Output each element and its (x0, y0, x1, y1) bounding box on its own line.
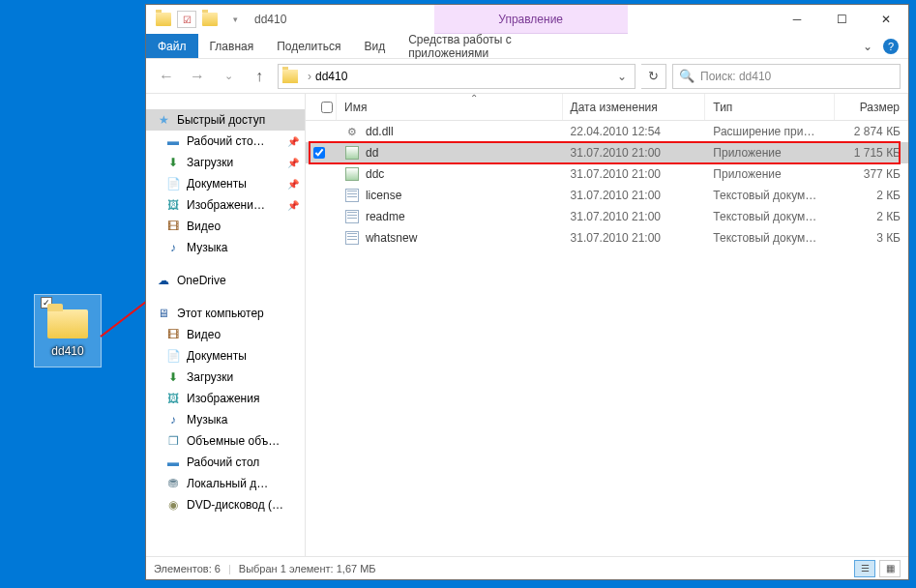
file-name: readme (366, 210, 405, 223)
nav-pc-dvd[interactable]: ◉DVD-дисковод (… (146, 494, 305, 515)
address-folder-icon (282, 70, 298, 83)
ribbon-tab-share[interactable]: Поделиться (265, 34, 352, 58)
nav-pc-downloads[interactable]: ⬇Загрузки (146, 367, 305, 388)
desktop-folder-label: dd410 (51, 344, 83, 358)
nav-forward-button[interactable]: → (185, 64, 210, 89)
refresh-button[interactable]: ↻ (641, 64, 666, 89)
nav-desktop[interactable]: ▬Рабочий сто…📌 (146, 131, 305, 152)
file-name: dd.dll (366, 125, 394, 138)
pin-icon: 📌 (287, 200, 299, 211)
nav-up-button[interactable]: ↑ (247, 64, 272, 89)
file-type: Расширение при… (705, 125, 835, 138)
qat-properties-icon[interactable]: ☑ (177, 11, 196, 28)
file-app-icon (344, 166, 360, 182)
desktop-folder-dd410[interactable]: ✓ dd410 (34, 294, 102, 368)
file-row[interactable]: readme31.07.2010 21:00Текстовый докум…2 … (306, 206, 908, 227)
file-type: Текстовый докум… (705, 210, 835, 223)
file-type: Приложение (705, 146, 835, 160)
nav-pc-3d[interactable]: ❒Объемные объ… (146, 430, 305, 452)
file-row[interactable]: dd31.07.2010 21:00Приложение1 715 КБ (306, 142, 908, 163)
file-type: Текстовый докум… (705, 231, 835, 245)
nav-pc-images[interactable]: 🖼Изображения (146, 388, 305, 409)
nav-back-button[interactable]: ← (154, 64, 179, 89)
ribbon-tab-home[interactable]: Главная (198, 34, 266, 58)
nav-downloads[interactable]: ⬇Загрузки📌 (146, 152, 305, 173)
nav-images[interactable]: 🖼Изображени…📌 (146, 194, 305, 216)
disc-icon: ◉ (165, 497, 181, 513)
video-icon: 🎞 (165, 219, 181, 234)
file-txt-icon (344, 230, 360, 246)
pin-icon: 📌 (287, 136, 299, 147)
download-icon: ⬇ (165, 155, 181, 170)
file-row[interactable]: whatsnew31.07.2010 21:00Текстовый докум…… (306, 227, 908, 249)
select-all-checkbox[interactable] (313, 94, 337, 120)
file-size: 1 715 КБ (835, 146, 908, 160)
folder-icon (47, 304, 88, 340)
column-size[interactable]: Размер (835, 94, 908, 120)
column-name[interactable]: Имя (337, 94, 563, 120)
row-checkbox[interactable] (313, 147, 337, 159)
view-details-button[interactable]: ☰ (854, 560, 875, 577)
images-icon: 🖼 (165, 197, 181, 213)
ribbon-expand-icon[interactable]: ⌄ (860, 39, 875, 54)
window-title: dd410 (247, 13, 286, 26)
nav-video[interactable]: 🎞Видео (146, 216, 305, 237)
qat-folder-icon[interactable] (152, 9, 175, 30)
nav-documents[interactable]: 📄Документы📌 (146, 173, 305, 194)
search-input[interactable]: 🔍 Поиск: dd410 (672, 64, 901, 89)
nav-pc-desktop[interactable]: ▬Рабочий стол (146, 452, 305, 473)
download-icon: ⬇ (165, 369, 181, 385)
column-type[interactable]: Тип (705, 94, 835, 120)
file-type: Приложение (705, 167, 835, 181)
file-name: whatsnew (366, 231, 417, 245)
address-bar[interactable]: › dd410 ⌄ (278, 64, 635, 89)
nav-pc-documents[interactable]: 📄Документы (146, 345, 305, 367)
document-icon: 📄 (165, 348, 181, 364)
breadcrumb-segment[interactable]: dd410 (315, 70, 347, 83)
cube-icon: ❒ (165, 433, 181, 449)
nav-pc-music[interactable]: ♪Музыка (146, 409, 305, 430)
file-txt-icon (344, 209, 360, 224)
maximize-button[interactable]: ☐ (819, 5, 864, 34)
address-dropdown-icon[interactable]: ⌄ (613, 70, 631, 83)
star-icon: ★ (156, 112, 171, 128)
nav-music[interactable]: ♪Музыка (146, 237, 305, 258)
video-icon: 🎞 (165, 327, 181, 342)
search-icon: 🔍 (679, 69, 694, 83)
file-row[interactable]: ⚙dd.dll22.04.2010 12:54Расширение при…2 … (306, 121, 908, 142)
music-icon: ♪ (165, 240, 181, 255)
search-placeholder: Поиск: dd410 (700, 70, 771, 83)
qat-dropdown-icon[interactable]: ▾ (223, 9, 247, 30)
nav-this-pc[interactable]: 🖥Этот компьютер (146, 303, 305, 324)
column-date[interactable]: Дата изменения (563, 94, 706, 120)
nav-quick-access[interactable]: ★Быстрый доступ (146, 109, 305, 131)
navigation-pane[interactable]: ★Быстрый доступ ▬Рабочий сто…📌 ⬇Загрузки… (146, 94, 306, 556)
file-date: 31.07.2010 21:00 (563, 210, 706, 223)
explorer-window: ☑ ▾ dd410 Управление ─ ☐ ✕ Файл Главная … (145, 4, 909, 580)
file-date: 22.04.2010 12:54 (563, 125, 706, 138)
file-row[interactable]: ddc31.07.2010 21:00Приложение377 КБ (306, 163, 908, 185)
close-button[interactable]: ✕ (864, 5, 908, 34)
ribbon: Файл Главная Поделиться Вид Средства раб… (146, 34, 908, 59)
file-list[interactable]: ⌃ Имя Дата изменения Тип Размер ⚙dd.dll2… (306, 94, 908, 556)
help-button[interactable]: ? (883, 39, 899, 54)
nav-pc-video[interactable]: 🎞Видео (146, 324, 305, 345)
minimize-button[interactable]: ─ (775, 5, 819, 34)
file-date: 31.07.2010 21:00 (563, 231, 706, 245)
file-type: Текстовый докум… (705, 189, 835, 202)
qat-new-folder-icon[interactable] (198, 9, 222, 30)
sort-indicator-icon: ⌃ (470, 94, 478, 103)
nav-history-dropdown[interactable]: ⌄ (216, 64, 241, 89)
nav-pc-local[interactable]: ⛃Локальный д… (146, 473, 305, 494)
desktop-icon: ▬ (165, 455, 181, 470)
file-size: 2 КБ (835, 189, 908, 202)
title-bar[interactable]: ☑ ▾ dd410 Управление ─ ☐ ✕ (146, 5, 908, 34)
view-large-icons-button[interactable]: ▦ (879, 560, 901, 577)
file-name: dd (366, 146, 378, 160)
file-row[interactable]: license31.07.2010 21:00Текстовый докум…2… (306, 185, 908, 206)
ribbon-tab-view[interactable]: Вид (352, 34, 397, 58)
ribbon-tab-context[interactable]: Средства работы с приложениями (397, 34, 590, 58)
ribbon-tab-file[interactable]: Файл (146, 34, 198, 58)
nav-onedrive[interactable]: ☁OneDrive (146, 270, 305, 291)
status-selection: Выбран 1 элемент: 1,67 МБ (239, 563, 376, 574)
